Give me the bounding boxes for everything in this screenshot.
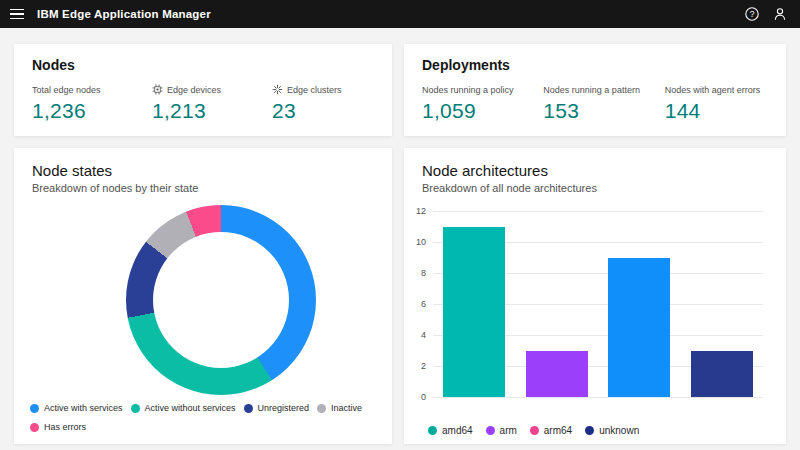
metric-value: 1,236 (32, 99, 152, 123)
legend-item[interactable]: Unregistered (244, 403, 310, 413)
legend-label: unknown (599, 425, 639, 436)
bar-slot (598, 258, 681, 398)
node-states-subtitle: Breakdown of nodes by their state (32, 182, 392, 194)
y-axis-tick-label: 6 (404, 299, 426, 309)
legend-label: arm64 (544, 425, 572, 436)
y-axis-tick-label: 10 (404, 237, 426, 247)
legend-item[interactable]: unknown (585, 425, 639, 436)
bar-amd64[interactable] (443, 227, 505, 398)
node-states-card: Node states Breakdown of nodes by their … (14, 148, 392, 444)
metric-edge-devices: Edge devices 1,213 (152, 84, 272, 123)
legend-item[interactable]: arm (486, 425, 517, 436)
node-states-title: Node states (32, 162, 392, 179)
legend-label: Active with services (44, 403, 123, 413)
legend-item[interactable]: Active without services (131, 403, 236, 413)
nodes-card: Nodes Total edge nodes 1,236 Edge device… (14, 44, 392, 136)
legend-dot (30, 423, 39, 432)
cluster-icon (272, 84, 283, 97)
legend-item[interactable]: Has errors (30, 422, 86, 432)
legend-item[interactable]: amd64 (428, 425, 473, 436)
app-title: IBM Edge Application Manager (37, 8, 211, 20)
y-axis-tick-label: 0 (404, 392, 426, 402)
bar-arm[interactable] (526, 351, 588, 398)
deployments-card: Deployments Nodes running a policy 1,059… (404, 44, 786, 136)
bar-plot (433, 211, 763, 397)
y-axis-tick-label: 2 (404, 361, 426, 371)
donut-hole (153, 232, 289, 368)
bar-arm64[interactable] (608, 258, 670, 398)
metric-label: Nodes with agent errors (665, 85, 761, 95)
bar-chart: 024681012 (404, 204, 786, 414)
bar-legend: amd64armarm64unknown (428, 425, 778, 436)
metric-nodes-agent-errors: Nodes with agent errors 144 (665, 84, 786, 123)
legend-dot (30, 404, 39, 413)
header-actions: ? (740, 2, 800, 26)
grid-line (433, 397, 763, 398)
help-icon[interactable]: ? (740, 2, 764, 26)
bar-unknown[interactable] (691, 351, 753, 398)
node-architectures-card: Node architectures Breakdown of all node… (404, 148, 786, 444)
metric-label: Edge devices (167, 85, 221, 95)
legend-label: amd64 (442, 425, 473, 436)
legend-dot (317, 404, 326, 413)
y-axis-tick-label: 12 (404, 206, 426, 216)
deployments-card-title: Deployments (422, 57, 786, 73)
metric-total-edge-nodes: Total edge nodes 1,236 (32, 84, 152, 123)
bar-slot (433, 227, 516, 398)
metric-label: Total edge nodes (32, 85, 101, 95)
y-axis-tick-label: 4 (404, 330, 426, 340)
legend-label: Has errors (44, 422, 86, 432)
deployments-metrics: Nodes running a policy 1,059 Nodes runni… (422, 84, 786, 123)
legend-label: Unregistered (258, 403, 310, 413)
user-avatar-icon[interactable] (768, 2, 792, 26)
donut-legend: Active with servicesActive without servi… (30, 403, 394, 432)
y-axis-tick-label: 8 (404, 268, 426, 278)
bar-slot (516, 351, 599, 398)
svg-text:?: ? (750, 9, 755, 19)
legend-dot (486, 426, 495, 435)
metric-nodes-running-pattern: Nodes running a pattern 153 (543, 84, 664, 123)
metric-label: Nodes running a pattern (543, 85, 640, 95)
metric-label: Nodes running a policy (422, 85, 514, 95)
legend-dot (585, 426, 594, 435)
legend-label: arm (500, 425, 517, 436)
legend-label: Active without services (145, 403, 236, 413)
legend-label: Inactive (331, 403, 362, 413)
metric-label: Edge clusters (287, 85, 342, 95)
legend-item[interactable]: arm64 (530, 425, 572, 436)
metric-value: 153 (543, 99, 664, 123)
app-header: IBM Edge Application Manager ? (0, 0, 800, 28)
legend-item[interactable]: Active with services (30, 403, 123, 413)
node-architectures-subtitle: Breakdown of all node architectures (422, 182, 786, 194)
legend-dot (530, 426, 539, 435)
bar-slot (681, 351, 764, 398)
nodes-card-title: Nodes (32, 57, 392, 73)
hamburger-menu-icon[interactable] (0, 0, 28, 28)
legend-dot (131, 404, 140, 413)
metric-value: 1,213 (152, 99, 272, 123)
metric-edge-clusters: Edge clusters 23 (272, 84, 392, 123)
node-architectures-title: Node architectures (422, 162, 786, 179)
metric-value: 1,059 (422, 99, 543, 123)
legend-dot (244, 404, 253, 413)
legend-item[interactable]: Inactive (317, 403, 362, 413)
donut-chart[interactable] (126, 205, 316, 395)
metric-value: 23 (272, 99, 392, 123)
legend-dot (428, 426, 437, 435)
chip-icon (152, 84, 163, 97)
metric-value: 144 (665, 99, 786, 123)
metric-nodes-running-policy: Nodes running a policy 1,059 (422, 84, 543, 123)
nodes-metrics: Total edge nodes 1,236 Edge devices 1,21… (32, 84, 392, 123)
